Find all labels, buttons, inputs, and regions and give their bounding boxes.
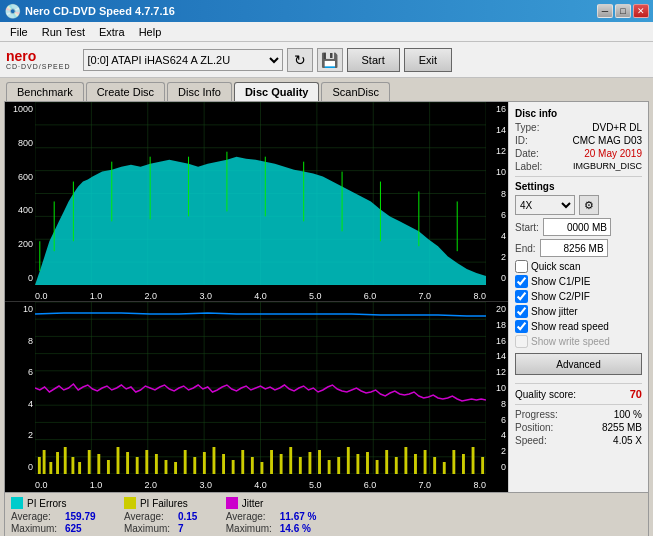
svg-rect-45 — [78, 462, 81, 474]
disc-date-value: 20 May 2019 — [584, 148, 642, 159]
speed-value: 4.05 X — [613, 435, 642, 446]
disc-info-title: Disc info — [515, 108, 642, 119]
top-chart: 1000 800 600 400 200 0 16 14 12 10 8 6 4… — [5, 102, 508, 302]
pi-errors-max-value: 625 — [65, 523, 82, 534]
jitter-legend-label: Jitter — [242, 498, 264, 509]
svg-rect-87 — [481, 457, 484, 474]
jitter-checkbox[interactable] — [515, 305, 528, 318]
svg-rect-47 — [97, 454, 100, 474]
jitter-avg-value: 11.67 % — [280, 511, 317, 522]
speed-select[interactable]: 4X Maximum 8X 12X — [515, 195, 575, 215]
start-button[interactable]: Start — [347, 48, 400, 72]
svg-rect-81 — [424, 450, 427, 474]
nero-logo-sub: CD·DVD/SPEED — [6, 63, 71, 70]
svg-rect-86 — [472, 447, 475, 474]
pi-errors-max-label: Maximum: — [11, 523, 61, 534]
svg-rect-43 — [64, 447, 67, 474]
end-mb-input[interactable] — [540, 239, 608, 257]
pi-failures-max-row: Maximum: 7 — [124, 523, 206, 534]
pi-errors-legend-box — [11, 497, 23, 509]
bottom-y-right-axis: 20 18 16 14 12 10 8 6 4 2 0 — [486, 302, 508, 474]
refresh-icon: ↻ — [294, 52, 306, 68]
drive-select[interactable]: [0:0] ATAPI iHAS624 A ZL.2U — [83, 49, 283, 71]
quality-label: Quality score: — [515, 389, 576, 400]
save-icon: 💾 — [321, 52, 338, 68]
bottom-y-left-axis: 10 8 6 4 2 0 — [5, 302, 35, 474]
pi-errors-max-row: Maximum: 625 — [11, 523, 104, 534]
read-speed-row: Show read speed — [515, 320, 642, 333]
tab-benchmark[interactable]: Benchmark — [6, 82, 84, 101]
side-panel: Disc info Type: DVD+R DL ID: CMC MAG D03… — [508, 102, 648, 492]
speed-row: 4X Maximum 8X 12X ⚙ — [515, 195, 642, 215]
jitter-avg-row: Average: 11.67 % — [226, 511, 317, 522]
disc-id-value: CMC MAG D03 — [573, 135, 642, 146]
chart-area: 1000 800 600 400 200 0 16 14 12 10 8 6 4… — [5, 102, 508, 492]
svg-rect-52 — [145, 450, 148, 474]
svg-rect-66 — [280, 454, 283, 474]
start-mb-label: Start: — [515, 222, 539, 233]
maximize-button[interactable]: □ — [615, 4, 631, 18]
svg-rect-51 — [136, 457, 139, 474]
svg-rect-78 — [395, 457, 398, 474]
read-speed-checkbox[interactable] — [515, 320, 528, 333]
tab-disc-quality[interactable]: Disc Quality — [234, 82, 320, 101]
svg-rect-50 — [126, 452, 129, 474]
disc-type-label: Type: — [515, 122, 539, 133]
write-speed-row: Show write speed — [515, 335, 642, 348]
menu-file[interactable]: File — [4, 24, 34, 40]
pi-failures-avg-value: 0.15 — [178, 511, 197, 522]
save-button[interactable]: 💾 — [317, 48, 343, 72]
write-speed-label: Show write speed — [531, 336, 610, 347]
disc-id-label: ID: — [515, 135, 528, 146]
quick-scan-label: Quick scan — [531, 261, 580, 272]
nero-logo: nero CD·DVD/SPEED — [6, 49, 71, 70]
svg-rect-53 — [155, 454, 158, 474]
divider-1 — [515, 176, 642, 177]
position-value: 8255 MB — [602, 422, 642, 433]
c1pie-row: Show C1/PIE — [515, 275, 642, 288]
start-mb-input[interactable] — [543, 218, 611, 236]
app-title: Nero CD-DVD Speed 4.7.7.16 — [25, 5, 175, 17]
quick-scan-checkbox[interactable] — [515, 260, 528, 273]
svg-rect-59 — [213, 447, 216, 474]
app-icon: 💿 — [4, 3, 21, 19]
top-y-right-axis: 16 14 12 10 8 6 4 2 0 — [486, 102, 508, 285]
title-bar: 💿 Nero CD-DVD Speed 4.7.7.16 ─ □ ✕ — [0, 0, 653, 22]
disc-date-label: Date: — [515, 148, 539, 159]
c1pie-label: Show C1/PIE — [531, 276, 590, 287]
jitter-row: Show jitter — [515, 305, 642, 318]
c2pif-label: Show C2/PIF — [531, 291, 590, 302]
svg-rect-48 — [107, 460, 110, 474]
menu-extra[interactable]: Extra — [93, 24, 131, 40]
jitter-label: Show jitter — [531, 306, 578, 317]
svg-rect-74 — [356, 454, 359, 474]
top-x-axis: 0.0 1.0 2.0 3.0 4.0 5.0 6.0 7.0 8.0 — [35, 291, 486, 301]
read-speed-label: Show read speed — [531, 321, 609, 332]
tab-create-disc[interactable]: Create Disc — [86, 82, 165, 101]
tab-disc-info[interactable]: Disc Info — [167, 82, 232, 101]
c1pie-checkbox[interactable] — [515, 275, 528, 288]
progress-label: Progress: — [515, 409, 558, 420]
c2pif-checkbox[interactable] — [515, 290, 528, 303]
menu-help[interactable]: Help — [133, 24, 168, 40]
advanced-button[interactable]: Advanced — [515, 353, 642, 375]
c2pif-row: Show C2/PIF — [515, 290, 642, 303]
svg-rect-79 — [404, 447, 407, 474]
exit-button[interactable]: Exit — [404, 48, 452, 72]
disc-id-row: ID: CMC MAG D03 — [515, 135, 642, 146]
disc-date-row: Date: 20 May 2019 — [515, 148, 642, 159]
pi-errors-avg-value: 159.79 — [65, 511, 96, 522]
pi-errors-legend-label: PI Errors — [27, 498, 66, 509]
svg-rect-54 — [165, 460, 168, 474]
bottom-chart-svg — [35, 302, 486, 474]
tab-scan-disc[interactable]: ScanDisc — [321, 82, 389, 101]
close-button[interactable]: ✕ — [633, 4, 649, 18]
settings-icon-btn[interactable]: ⚙ — [579, 195, 599, 215]
menu-run-test[interactable]: Run Test — [36, 24, 91, 40]
svg-rect-39 — [38, 457, 41, 474]
svg-rect-67 — [289, 447, 292, 474]
minimize-button[interactable]: ─ — [597, 4, 613, 18]
svg-rect-76 — [376, 460, 379, 474]
refresh-button[interactable]: ↻ — [287, 48, 313, 72]
write-speed-checkbox[interactable] — [515, 335, 528, 348]
